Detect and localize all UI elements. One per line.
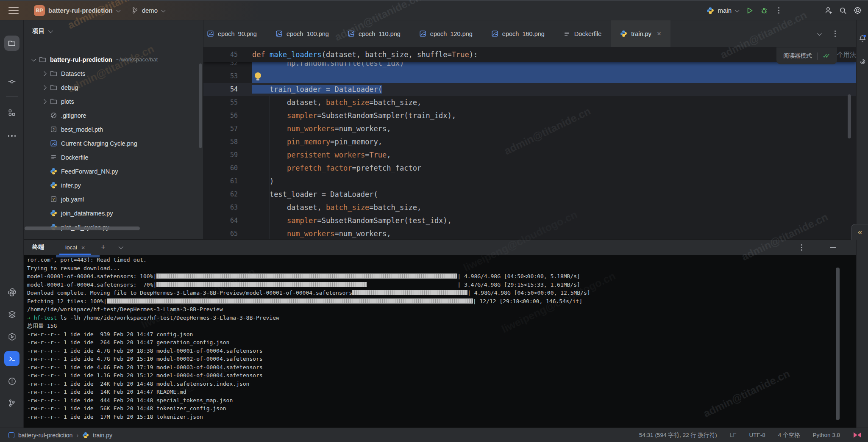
tree-item-best_model.pth[interactable]: ?best_model.pth — [24, 122, 203, 136]
code-editor[interactable]: 52 np.random.shuffle(test_idx)5354 train… — [203, 47, 856, 239]
gutter-line-number[interactable]: 59 — [203, 149, 252, 162]
code-line-54[interactable]: 54 train_loader = DataLoader( — [203, 83, 856, 96]
terminal-output[interactable]: ror.com', port=443): Read timed out.Tryi… — [24, 255, 856, 428]
git-toolwindow-button[interactable] — [4, 395, 19, 411]
project-horizontal-scrollbar[interactable] — [25, 227, 140, 230]
project-selector[interactable]: BP battery-rul-prediction — [30, 3, 124, 19]
ai-assistant-icon[interactable] — [858, 57, 867, 66]
gutter-line-number[interactable]: 65 — [203, 227, 252, 239]
run-configuration-selector[interactable]: main — [702, 4, 743, 17]
tree-item-join_dataframes.py[interactable]: join_dataframes.py — [24, 206, 203, 220]
editor-tab-epoch_100.png[interactable]: epoch_100.png — [266, 20, 338, 47]
python-interpreter[interactable]: Python 3.8 — [812, 432, 840, 438]
tab-options-icon[interactable] — [835, 20, 836, 47]
gutter-line-number[interactable]: 57 — [203, 122, 252, 135]
code-line-64[interactable]: 64 sampler=SubsetRandomSampler(test_idx)… — [203, 214, 856, 227]
chevron-right-icon[interactable] — [42, 99, 46, 104]
editor-tab-train.py[interactable]: train.py× — [611, 20, 670, 47]
tab-close-icon[interactable]: × — [657, 30, 661, 37]
code-line-62[interactable]: 62 test_loader = DataLoader( — [203, 188, 856, 201]
editor-tab-epoch_110.png[interactable]: epoch_110.png — [338, 20, 410, 47]
python-packages-toolwindow-button[interactable] — [4, 285, 19, 300]
more-actions-icon[interactable] — [771, 3, 786, 18]
tree-item-job.yaml[interactable]: Yjob.yaml — [24, 192, 203, 206]
gutter-line-number[interactable]: 63 — [203, 201, 252, 214]
workspace-icon[interactable] — [8, 432, 14, 438]
code-line-57[interactable]: 57 num_workers=num_workers, — [203, 122, 856, 135]
editor-tab-epoch_160.png[interactable]: epoch_160.png — [482, 20, 554, 47]
caret-position[interactable]: 54:31 (594 字符, 22 行 换行符) — [639, 431, 717, 439]
terminal-toolwindow-button[interactable] — [4, 351, 19, 366]
gutter-line-number[interactable]: 58 — [203, 135, 252, 149]
more-toolwindows-icon[interactable] — [4, 128, 19, 144]
line-separator[interactable]: LF — [730, 432, 737, 438]
minimize-terminal-icon[interactable] — [828, 243, 837, 252]
debug-button[interactable] — [757, 3, 771, 18]
chevron-right-icon[interactable] — [42, 71, 46, 76]
project-vertical-scrollbar[interactable] — [199, 64, 202, 148]
code-line-58[interactable]: 58 pin_memory=pin_memory, — [203, 135, 856, 149]
settings-gear-icon[interactable] — [850, 3, 865, 18]
editor-tab-Dockerfile[interactable]: Dockerfile — [554, 20, 611, 47]
sticky-header-line[interactable]: 45def make_loaders(dataset, batch_size, … — [203, 47, 856, 62]
code-line-65[interactable]: 65 num_workers=num_workers, — [203, 227, 856, 239]
chevron-right-icon[interactable] — [42, 85, 46, 90]
tree-item-Current Charging Cycle.png[interactable]: Current Charging Cycle.png — [24, 136, 203, 150]
file-encoding[interactable]: UTF-8 — [749, 432, 765, 438]
commit-toolwindow-button[interactable] — [4, 74, 19, 89]
tree-item-Dockerfile[interactable]: Dockerfile — [24, 150, 203, 164]
structure-toolwindow-button[interactable] — [4, 105, 19, 120]
code-line-61[interactable]: 61 ) — [203, 175, 856, 188]
code-line-63[interactable]: 63 dataset, batch_size=batch_size, — [203, 201, 856, 214]
terminal-tab-local[interactable]: local × — [59, 240, 91, 255]
reader-mode-badge[interactable]: 阅读器模式 ✓✓ — [776, 47, 837, 64]
code-line-55[interactable]: 55 dataset, batch_size=batch_size, — [203, 96, 856, 109]
editor-scrollbar[interactable] — [848, 94, 851, 138]
hide-panel-button[interactable]: « — [851, 224, 868, 240]
gutter-line-number[interactable]: 62 — [203, 188, 252, 201]
editor-tab-epoch_90.png[interactable]: epoch_90.png — [203, 20, 266, 47]
code-line-59[interactable]: 59 persistent_workers=True, — [203, 149, 856, 162]
gutter-line-number[interactable]: 54 — [203, 83, 252, 96]
hidden-tabs-chevron-icon[interactable] — [817, 20, 821, 47]
tree-item-Datasets[interactable]: Datasets — [24, 66, 203, 80]
intention-lightbulb-icon[interactable] — [255, 72, 261, 79]
terminal-dropdown-icon[interactable] — [116, 243, 125, 252]
breadcrumb-file[interactable]: train.py — [93, 432, 112, 439]
problems-toolwindow-button[interactable] — [4, 373, 19, 389]
close-terminal-tab-icon[interactable]: × — [81, 244, 85, 251]
tree-item-FeedForward_NN.py[interactable]: FeedForward_NN.py — [24, 164, 203, 178]
vcs-branch-selector[interactable]: demo — [127, 4, 169, 17]
code-with-me-icon[interactable] — [821, 3, 836, 18]
code-line-56[interactable]: 56 sampler=SubsetRandomSampler(train_idx… — [203, 109, 856, 122]
code-line-53[interactable]: 53 — [203, 70, 856, 83]
gutter-line-number[interactable]: 61 — [203, 175, 252, 188]
tree-item-battery-rul-prediction[interactable]: battery-rul-prediction~/workspace/bat — [24, 52, 203, 66]
run-button[interactable] — [743, 3, 757, 18]
chevron-down-icon[interactable] — [31, 56, 36, 61]
terminal-options-icon[interactable] — [797, 243, 806, 252]
tree-item-.gitignore[interactable]: .gitignore — [24, 108, 203, 122]
tree-item-debug[interactable]: debug — [24, 80, 203, 94]
main-menu-icon[interactable] — [8, 7, 19, 14]
gutter-line-number[interactable]: 45 — [203, 47, 252, 62]
editor-tab-epoch_120.png[interactable]: epoch_120.png — [410, 20, 482, 47]
project-toolwindow-button[interactable] — [4, 36, 19, 51]
gutter-line-number[interactable]: 56 — [203, 109, 252, 122]
run-toolwindow-button[interactable] — [4, 329, 19, 344]
new-terminal-icon[interactable]: + — [99, 243, 108, 252]
tree-item-plots[interactable]: plots — [24, 94, 203, 108]
terminal-scrollbar[interactable] — [836, 268, 840, 420]
gutter-line-number[interactable]: 60 — [203, 162, 252, 175]
services-toolwindow-button[interactable] — [4, 307, 19, 322]
code-line-60[interactable]: 60 prefetch_factor=prefetch_factor — [203, 162, 856, 175]
notifications-bell-icon[interactable] — [858, 34, 867, 43]
project-panel-header[interactable]: 项目 — [24, 20, 203, 35]
gutter-line-number[interactable]: 55 — [203, 96, 252, 109]
inspections-ok-icon[interactable]: ✓✓ — [823, 52, 830, 60]
indent-style[interactable]: 4 个空格 — [778, 431, 800, 439]
breadcrumb-project[interactable]: battery-rul-prediction — [18, 432, 72, 439]
search-everywhere-icon[interactable] — [836, 3, 850, 18]
gutter-line-number[interactable]: 64 — [203, 214, 252, 227]
gutter-line-number[interactable]: 53 — [203, 70, 252, 83]
